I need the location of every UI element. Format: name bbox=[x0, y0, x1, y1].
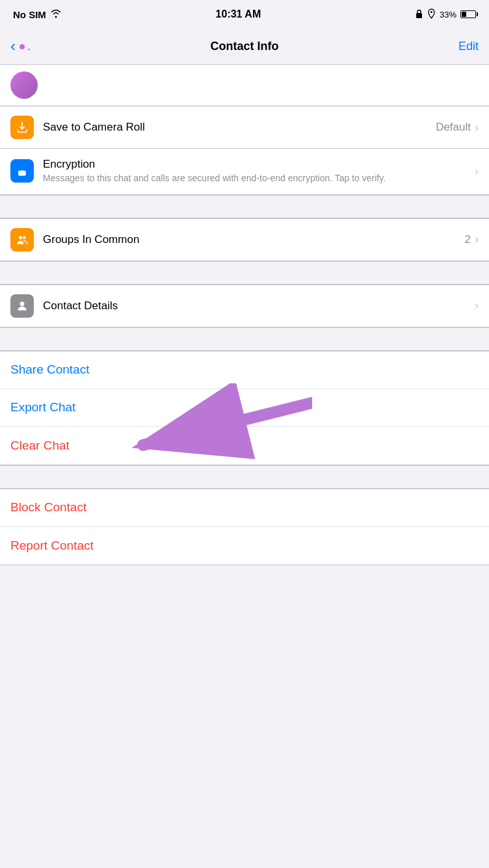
encryption-subtitle: Messages to this chat and calls are secu… bbox=[43, 172, 475, 185]
bottom-gap bbox=[0, 565, 489, 604]
status-bar: No SIM 10:31 AM 33% bbox=[0, 0, 489, 29]
encryption-lock-icon bbox=[16, 164, 29, 177]
back-button[interactable]: ‹ . bbox=[10, 40, 31, 54]
clear-chat-label: Clear Chat bbox=[10, 439, 70, 453]
lock-icon bbox=[415, 8, 423, 21]
save-camera-roll-label: Save to Camera Roll bbox=[43, 121, 436, 134]
avatar bbox=[10, 71, 38, 99]
back-label: . bbox=[27, 40, 31, 53]
svg-point-4 bbox=[23, 236, 26, 239]
contact-details-section: Contact Details › bbox=[0, 285, 489, 327]
groups-label: Groups In Common bbox=[43, 233, 465, 246]
page-title: Contact Info bbox=[210, 40, 278, 53]
encryption-section: Encryption Messages to this chat and cal… bbox=[0, 149, 489, 195]
section-gap-2 bbox=[0, 261, 489, 285]
save-camera-roll-section: Save to Camera Roll Default › bbox=[0, 106, 489, 149]
section-gap-4 bbox=[0, 465, 489, 489]
share-contact-label: Share Contact bbox=[10, 363, 89, 377]
contact-icon-container bbox=[10, 294, 34, 318]
groups-icon bbox=[16, 233, 29, 246]
svg-point-3 bbox=[19, 236, 22, 239]
danger-actions-section: Block Contact Report Contact bbox=[0, 489, 489, 565]
contact-person-icon bbox=[16, 300, 29, 313]
svg-rect-2 bbox=[18, 170, 26, 175]
contact-details-row[interactable]: Contact Details › bbox=[0, 285, 489, 327]
svg-rect-0 bbox=[416, 13, 422, 18]
block-contact-row[interactable]: Block Contact bbox=[0, 489, 489, 527]
download-icon bbox=[16, 121, 29, 134]
share-contact-row[interactable]: Share Contact bbox=[0, 351, 489, 389]
avatar-row bbox=[0, 65, 489, 106]
block-contact-label: Block Contact bbox=[10, 500, 86, 515]
location-icon bbox=[427, 8, 436, 21]
groups-chevron-icon: › bbox=[475, 233, 479, 246]
lock-icon-container bbox=[10, 159, 34, 183]
clock: 10:31 AM bbox=[216, 8, 261, 20]
encryption-content: Encryption Messages to this chat and cal… bbox=[43, 158, 475, 185]
svg-point-1 bbox=[430, 11, 432, 13]
contact-details-chevron-icon: › bbox=[475, 299, 479, 313]
contact-details-label: Contact Details bbox=[43, 300, 475, 313]
battery-icon bbox=[460, 10, 476, 18]
groups-right: 2 › bbox=[465, 233, 479, 246]
carrier-label: No SIM bbox=[13, 9, 46, 20]
report-contact-row[interactable]: Report Contact bbox=[0, 527, 489, 565]
section-gap-1 bbox=[0, 195, 489, 218]
save-camera-roll-row[interactable]: Save to Camera Roll Default › bbox=[0, 107, 489, 148]
encryption-row[interactable]: Encryption Messages to this chat and cal… bbox=[0, 149, 489, 194]
battery-percent: 33% bbox=[440, 10, 456, 19]
export-chat-row[interactable]: Export Chat bbox=[0, 389, 489, 427]
navigation-bar: ‹ . Contact Info Edit bbox=[0, 29, 489, 65]
chevron-right-icon: › bbox=[475, 121, 479, 134]
edit-button[interactable]: Edit bbox=[458, 40, 479, 53]
save-camera-roll-value: Default bbox=[436, 121, 471, 134]
groups-value: 2 bbox=[465, 233, 471, 246]
export-chat-label: Export Chat bbox=[10, 400, 75, 415]
save-icon-container bbox=[10, 116, 34, 139]
battery-area: 33% bbox=[415, 8, 476, 21]
chevron-left-icon: ‹ bbox=[10, 38, 16, 54]
clear-chat-row[interactable]: Clear Chat bbox=[0, 427, 489, 465]
contact-details-content: Contact Details bbox=[43, 300, 475, 313]
encryption-label: Encryption bbox=[43, 158, 475, 171]
section-gap-3 bbox=[0, 327, 489, 351]
groups-content: Groups In Common bbox=[43, 233, 465, 246]
report-contact-label: Report Contact bbox=[10, 539, 94, 553]
save-camera-roll-right: Default › bbox=[436, 121, 479, 134]
carrier-info: No SIM bbox=[13, 9, 62, 20]
contact-details-right: › bbox=[475, 299, 479, 313]
groups-section: Groups In Common 2 › bbox=[0, 218, 489, 261]
encryption-right: › bbox=[475, 164, 479, 178]
encryption-chevron-icon: › bbox=[475, 164, 479, 178]
svg-point-5 bbox=[20, 301, 25, 306]
actions-card: Share Contact Export Chat Clear Chat bbox=[0, 351, 489, 465]
save-camera-roll-content: Save to Camera Roll bbox=[43, 121, 436, 134]
groups-icon-container bbox=[10, 228, 34, 251]
actions-section: Share Contact Export Chat Clear Chat bbox=[0, 351, 489, 465]
avatar-dot bbox=[20, 44, 25, 49]
groups-in-common-row[interactable]: Groups In Common 2 › bbox=[0, 219, 489, 261]
wifi-icon bbox=[50, 9, 62, 20]
